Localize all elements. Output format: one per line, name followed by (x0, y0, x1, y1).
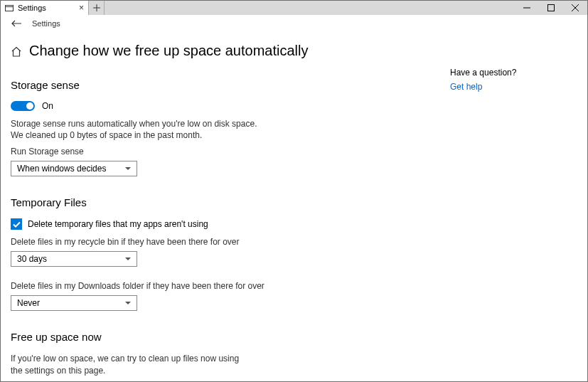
tab-label: Settings (18, 4, 79, 12)
delete-temp-files-checkbox[interactable] (11, 218, 22, 230)
nav-row: Settings (1, 15, 587, 31)
temporary-files-heading: Temporary Files (11, 196, 450, 208)
chevron-down-icon (125, 167, 131, 170)
new-tab-button[interactable] (89, 1, 105, 15)
run-storage-sense-label: Run Storage sense (11, 147, 450, 156)
recycle-bin-label: Delete files in my recycle bin if they h… (11, 237, 450, 247)
delete-temp-files-checkbox-row[interactable]: Delete temporary files that my apps aren… (11, 218, 450, 230)
recycle-bin-dropdown[interactable]: 30 days (11, 251, 137, 267)
get-help-link[interactable]: Get help (450, 82, 577, 92)
run-storage-sense-value: When windows decides (17, 164, 106, 174)
chevron-down-icon (125, 258, 131, 260)
svg-rect-3 (548, 5, 555, 11)
home-icon[interactable] (11, 46, 22, 58)
close-window-button[interactable] (563, 1, 587, 15)
window-controls (515, 1, 587, 15)
downloads-dropdown[interactable]: Never (11, 295, 137, 311)
section-temporary-files: Temporary Files Delete temporary files t… (11, 196, 450, 311)
section-free-up-space: Free up space now If you're low on space… (11, 331, 450, 382)
storage-sense-toggle-label: On (42, 101, 53, 111)
aside-help: Have a question? Get help (450, 43, 577, 382)
minimize-button[interactable] (515, 1, 539, 15)
page-title: Change how we free up space automaticall… (29, 43, 308, 59)
free-up-space-heading: Free up space now (11, 331, 450, 343)
nav-breadcrumb: Settings (32, 19, 60, 28)
free-up-space-description: If you're low on space, we can try to cl… (11, 353, 245, 376)
storage-sense-description: Storage sense runs automatically when yo… (11, 118, 450, 141)
recycle-bin-value: 30 days (17, 254, 47, 264)
chevron-down-icon (125, 302, 131, 304)
window-titlebar: Settings × (1, 1, 587, 15)
storage-sense-toggle[interactable] (11, 101, 35, 111)
section-storage-sense: Storage sense On Storage sense runs auto… (11, 79, 450, 176)
maximize-button[interactable] (539, 1, 563, 15)
window-icon (5, 5, 14, 11)
page-heading: Change how we free up space automaticall… (11, 43, 450, 59)
delete-temp-files-label: Delete temporary files that my apps aren… (28, 219, 208, 229)
storage-sense-heading: Storage sense (11, 79, 450, 91)
downloads-value: Never (17, 298, 40, 308)
back-button[interactable] (11, 20, 22, 27)
tab-settings[interactable]: Settings × (1, 1, 89, 15)
have-a-question-label: Have a question? (450, 68, 577, 78)
downloads-label: Delete files in my Downloads folder if t… (11, 281, 450, 291)
close-tab-icon[interactable]: × (79, 3, 84, 13)
run-storage-sense-dropdown[interactable]: When windows decides (11, 161, 137, 176)
